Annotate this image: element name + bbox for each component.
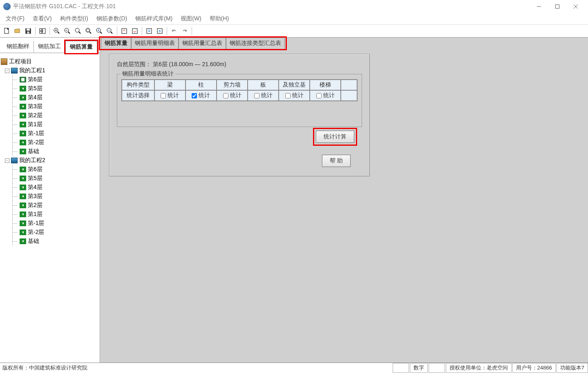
tab-rebar-sample[interactable]: 钢筋翻样	[2, 41, 34, 53]
floor-label: 第2层	[28, 202, 42, 209]
tab-summary-sheet[interactable]: 钢筋用量汇总表	[179, 38, 226, 49]
import-icon[interactable]	[144, 26, 154, 36]
svg-line-16	[68, 32, 70, 33]
tree-floor[interactable]: 第5层	[5, 174, 99, 183]
window-title: 平法钢筋软件 G101.CAC - 工程文件.101	[13, 3, 116, 10]
calc-button-highlight: 统计计算	[313, 128, 357, 146]
floor-label: 第4层	[28, 184, 42, 191]
tree-floor[interactable]: 第4层	[5, 93, 99, 102]
maximize-button[interactable]	[548, 0, 566, 13]
svg-rect-22	[87, 29, 89, 31]
tab-calc-qty[interactable]: 钢筋算量	[101, 38, 131, 49]
tree-project-2-head[interactable]: − 我的工程2	[5, 156, 99, 165]
exec-a-icon[interactable]	[119, 26, 129, 36]
tree-project-1-head[interactable]: − 我的工程1	[5, 66, 99, 75]
floor-icon	[20, 149, 26, 154]
stat-checkbox[interactable]	[316, 93, 322, 98]
floor-icon	[20, 176, 26, 181]
stat-checkbox[interactable]	[223, 93, 228, 98]
zoom-out-icon[interactable]	[63, 26, 72, 36]
help-button[interactable]: 帮 助	[322, 155, 351, 167]
tree-floor[interactable]: 第1层	[5, 120, 99, 129]
col-beam: 梁	[154, 80, 186, 90]
new-icon[interactable]	[2, 26, 12, 36]
floor-icon	[20, 140, 26, 145]
tree-root[interactable]: 工程项目	[1, 57, 99, 66]
stat-checkbox-label: 统计	[168, 92, 179, 99]
menu-help[interactable]: 帮助(H)	[206, 15, 233, 22]
tree-floor[interactable]: 第6层	[5, 75, 99, 84]
minimize-button[interactable]	[530, 0, 548, 13]
floor-icon	[20, 211, 26, 217]
tree-floor[interactable]: 第-2层	[5, 138, 99, 147]
app-icon	[3, 3, 11, 10]
open-icon[interactable]	[13, 26, 22, 36]
tab-connection-sheet[interactable]: 钢筋连接类型汇总表	[226, 38, 285, 49]
export-icon[interactable]	[155, 26, 165, 36]
tree-floor[interactable]: 第6层	[5, 165, 99, 174]
tree-floor[interactable]: 第2层	[5, 111, 99, 120]
tree-floor[interactable]: 第5层	[5, 84, 99, 93]
menu-view[interactable]: 查看(V)	[29, 15, 56, 22]
project-label: 我的工程2	[19, 157, 45, 164]
stat-checkbox-cell[interactable]: 统计	[279, 90, 310, 101]
tree-floor[interactable]: 第2层	[5, 201, 99, 210]
floor-label: 第3层	[28, 103, 42, 110]
range-value: 第6层 (18.000m — 21.600m)	[153, 61, 226, 67]
stat-checkbox[interactable]	[161, 93, 166, 98]
collapse-icon[interactable]: −	[5, 158, 9, 163]
tree-floor[interactable]: 第-1层	[5, 219, 99, 228]
stat-checkbox[interactable]	[192, 93, 197, 98]
tree-floor[interactable]: 第3层	[5, 102, 99, 111]
zoom-prev-icon[interactable]	[105, 26, 115, 36]
menu-component[interactable]: 构件类型(I)	[56, 15, 92, 22]
project-tree[interactable]: 工程项目 − 我的工程1 第6层第5层第4层第3层第2层第1层第-1层第-2层基…	[0, 53, 100, 363]
save-icon[interactable]	[23, 26, 33, 36]
tab-rebar-calc[interactable]: 钢筋算量	[65, 41, 97, 53]
zoom-fit-icon[interactable]	[73, 26, 83, 36]
close-button[interactable]	[566, 0, 585, 13]
menu-rebar-param[interactable]: 钢筋参数(D)	[92, 15, 131, 22]
stat-checkbox-cell[interactable]: 统计	[186, 90, 217, 101]
stat-checkbox-cell[interactable]: 统计	[248, 90, 279, 101]
tab-detail-sheet[interactable]: 钢筋用量明细表	[131, 38, 179, 49]
floor-label: 第4层	[28, 94, 42, 101]
status-bar: 版权所有：中国建筑标准设计研究院 数字 授权使用单位：老虎空间 用户号：2486…	[0, 363, 588, 372]
stat-checkbox-cell[interactable]: 统计	[154, 90, 186, 101]
stat-checkbox-cell[interactable]: 统计	[310, 90, 341, 101]
stat-checkbox[interactable]	[285, 93, 291, 98]
redo-icon[interactable]	[180, 26, 190, 36]
calc-button[interactable]: 统计计算	[316, 131, 354, 143]
floor-label: 第6层	[28, 166, 42, 173]
panel-icon[interactable]	[38, 26, 47, 36]
col-stair: 楼梯	[310, 80, 341, 90]
menu-file[interactable]: 文件(F)	[2, 15, 29, 22]
tree-floor[interactable]: 第3层	[5, 192, 99, 201]
floor-icon	[20, 77, 26, 82]
zoom-all-icon[interactable]	[94, 26, 104, 36]
tree-floor[interactable]: 基础	[5, 237, 99, 246]
tree-floor[interactable]: 第-2层	[5, 228, 99, 237]
status-auth: 授权使用单位：老虎空间	[446, 363, 512, 373]
col-spacer	[341, 80, 357, 90]
svg-rect-30	[122, 29, 127, 33]
zoom-in-icon[interactable]	[52, 26, 62, 36]
stat-checkbox-cell[interactable]: 统计	[217, 90, 248, 101]
tree-floor[interactable]: 第4层	[5, 183, 99, 192]
col-shearwall: 剪力墙	[217, 80, 248, 90]
tree-project-2: − 我的工程2 第6层第5层第4层第3层第2层第1层第-1层第-2层基础	[5, 156, 99, 246]
menu-rebar-style[interactable]: 钢筋样式库(M)	[131, 15, 177, 22]
tree-floor[interactable]: 第-1层	[5, 129, 99, 138]
floor-label: 基础	[28, 148, 39, 155]
undo-icon[interactable]	[169, 26, 179, 36]
collapse-icon[interactable]: −	[5, 69, 9, 73]
right-tabs: 钢筋算量 钢筋用量明细表 钢筋用量汇总表 钢筋连接类型汇总表	[100, 38, 286, 49]
stat-checkbox[interactable]	[254, 93, 259, 98]
exec-b-icon[interactable]	[130, 26, 140, 36]
tree-floor[interactable]: 第1层	[5, 210, 99, 219]
stat-checkbox-label: 统计	[230, 92, 241, 99]
tab-rebar-process[interactable]: 钢筋加工	[34, 41, 65, 53]
tree-floor[interactable]: 基础	[5, 147, 99, 156]
zoom-window-icon[interactable]	[84, 26, 94, 36]
menu-window[interactable]: 视图(W)	[177, 15, 206, 22]
